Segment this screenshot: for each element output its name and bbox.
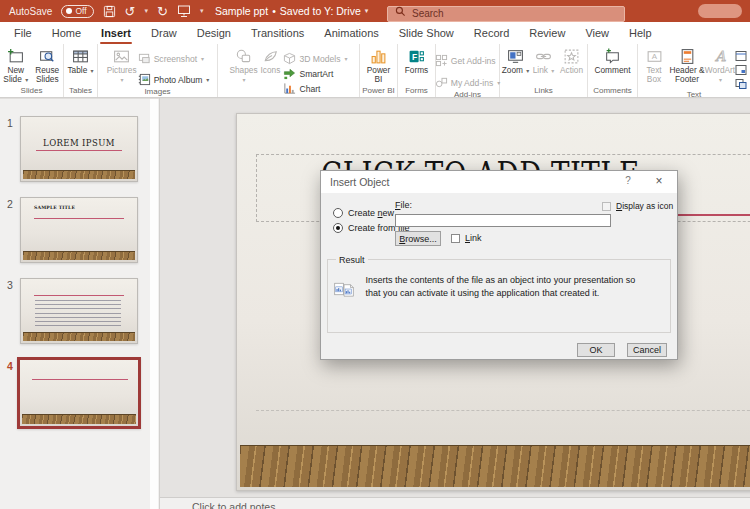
dialog-help-button[interactable]: ? xyxy=(621,175,635,186)
link-checkbox[interactable] xyxy=(451,234,460,243)
smartart-icon xyxy=(283,67,296,80)
tab-view[interactable]: View xyxy=(575,22,619,44)
tab-help[interactable]: Help xyxy=(619,22,662,44)
customize-qat-chevron-icon[interactable]: ▾ xyxy=(200,7,204,15)
save-button[interactable] xyxy=(103,5,116,18)
search-box[interactable] xyxy=(387,3,625,19)
tab-file[interactable]: File xyxy=(4,22,42,44)
tab-review[interactable]: Review xyxy=(519,22,575,44)
action-button: Action xyxy=(557,46,587,75)
tab-record[interactable]: Record xyxy=(464,22,519,44)
group-label-slides: Slides xyxy=(0,86,63,97)
create-new-radio[interactable]: Create new xyxy=(333,208,394,218)
thumbnail-1-underline xyxy=(36,150,122,151)
undo-button[interactable]: ↺ xyxy=(125,5,136,18)
autosave-label: AutoSave xyxy=(9,6,52,17)
ok-button[interactable]: OK xyxy=(577,343,615,357)
photo-album-button[interactable]: Photo Album ▾ xyxy=(138,72,210,87)
new-slide-label: New Slide xyxy=(3,65,24,84)
tab-insert[interactable]: Insert xyxy=(91,22,141,44)
slide-wood-floor xyxy=(240,445,750,487)
screenshot-chevron-icon: ▾ xyxy=(201,55,204,62)
table-chevron-icon: ▾ xyxy=(91,68,94,74)
thumbnail-2-title: SAMPLE TITLE xyxy=(34,205,75,210)
dialog-close-button[interactable]: × xyxy=(651,174,667,188)
cancel-button[interactable]: Cancel xyxy=(627,343,667,357)
doc-name: Sample ppt xyxy=(215,5,268,17)
wordart-button: A WordArt ▾ xyxy=(705,46,735,85)
autosave-toggle[interactable]: Off xyxy=(61,5,93,18)
text-box-label: Text Box xyxy=(639,66,669,85)
shapes-icon xyxy=(235,48,252,65)
slide-number-2: 2 xyxy=(7,198,21,210)
smartart-button[interactable]: SmartArt xyxy=(283,66,347,81)
thumbnails-scrollbar[interactable] xyxy=(150,99,158,509)
zoom-button[interactable]: Zoom ▾ xyxy=(501,46,531,75)
wordart-icon: A xyxy=(712,48,729,65)
tab-design[interactable]: Design xyxy=(187,22,241,44)
header-footer-button[interactable]: Header & Footer xyxy=(669,46,705,85)
create-from-file-radio-circle[interactable] xyxy=(333,223,343,233)
new-slide-button[interactable]: New Slide ▾ xyxy=(0,46,32,85)
tab-transitions[interactable]: Transitions xyxy=(241,22,314,44)
undo-dropdown-chevron-icon[interactable]: ▾ xyxy=(144,7,148,15)
ribbon-group-forms: F Forms Forms xyxy=(398,44,436,97)
icons-label: Icons xyxy=(261,66,281,75)
thumbnail-3-text-lines xyxy=(35,300,121,326)
tab-animations[interactable]: Animations xyxy=(314,22,388,44)
comment-button[interactable]: Comment xyxy=(592,46,634,75)
group-label-comments: Comments xyxy=(588,86,637,97)
start-slideshow-button[interactable] xyxy=(177,4,191,18)
forms-button[interactable]: F Forms xyxy=(401,46,433,75)
smartart-label: SmartArt xyxy=(299,69,333,79)
ribbon-group-comments: Comment Comments xyxy=(588,44,638,97)
search-input[interactable] xyxy=(387,6,625,22)
document-title[interactable]: Sample ppt • Saved to Y: Drive ▾ xyxy=(215,0,368,22)
result-legend: Result xyxy=(336,255,368,265)
slide-thumbnail-2[interactable]: SAMPLE TITLE xyxy=(20,197,138,263)
account-area[interactable] xyxy=(698,4,742,18)
tab-draw[interactable]: Draw xyxy=(141,22,187,44)
doc-title-chevron-icon: ▾ xyxy=(365,7,369,15)
slide-thumbnail-4-selected[interactable] xyxy=(17,357,141,429)
embedded-object-icon xyxy=(334,274,356,304)
svg-text:A: A xyxy=(714,48,726,64)
tab-home[interactable]: Home xyxy=(42,22,91,44)
display-as-icon-row[interactable]: Display as icon xyxy=(602,201,673,211)
display-as-icon-checkbox[interactable] xyxy=(602,202,611,211)
header-footer-label: Header & Footer xyxy=(669,66,705,85)
browse-button[interactable]: Browse... xyxy=(395,231,441,246)
tab-slide-show[interactable]: Slide Show xyxy=(389,22,464,44)
search-icon xyxy=(395,6,406,17)
ribbon-group-tables: Table ▾ Tables xyxy=(64,44,98,97)
forms-icon: F xyxy=(408,48,425,65)
ribbon-group-images: Pictures ▾ Screenshot ▾ xyxy=(98,44,218,97)
text-group-edge-buttons xyxy=(735,46,749,90)
create-new-label: Create new xyxy=(348,208,394,218)
chart-button[interactable]: Chart xyxy=(283,81,347,96)
link-label: Link xyxy=(533,65,548,75)
power-bi-label: Power BI xyxy=(363,66,395,85)
create-new-radio-circle[interactable] xyxy=(333,208,343,218)
photo-album-icon xyxy=(138,73,151,86)
thumbnail-2-floor xyxy=(23,251,135,260)
result-description: Inserts the contents of the file as an o… xyxy=(366,274,652,304)
notes-pane[interactable]: Click to add notes xyxy=(160,497,750,509)
dialog-titlebar: Insert Object ? × xyxy=(321,171,677,193)
photo-album-label: Photo Album xyxy=(154,75,203,85)
zoom-chevron-icon: ▾ xyxy=(526,68,529,74)
reuse-slides-button[interactable]: Reuse Slides xyxy=(32,46,64,85)
get-add-ins-icon xyxy=(435,54,448,67)
pictures-chevron-icon: ▾ xyxy=(121,77,124,83)
my-add-ins-icon xyxy=(435,76,448,89)
slide-thumbnail-3[interactable] xyxy=(20,278,138,344)
power-bi-button[interactable]: Power BI xyxy=(363,46,395,85)
table-button[interactable]: Table ▾ xyxy=(65,46,97,75)
my-add-ins-label: My Add-ins xyxy=(451,78,494,88)
screenshot-button: Screenshot ▾ xyxy=(138,51,210,66)
link-checkbox-row[interactable]: Link xyxy=(451,233,482,243)
display-as-icon-label: Display as icon xyxy=(616,201,673,211)
redo-button[interactable]: ↻ xyxy=(157,5,168,18)
file-path-input[interactable] xyxy=(395,214,611,227)
slide-thumbnail-1[interactable]: LOREM IPSUM xyxy=(20,116,138,182)
